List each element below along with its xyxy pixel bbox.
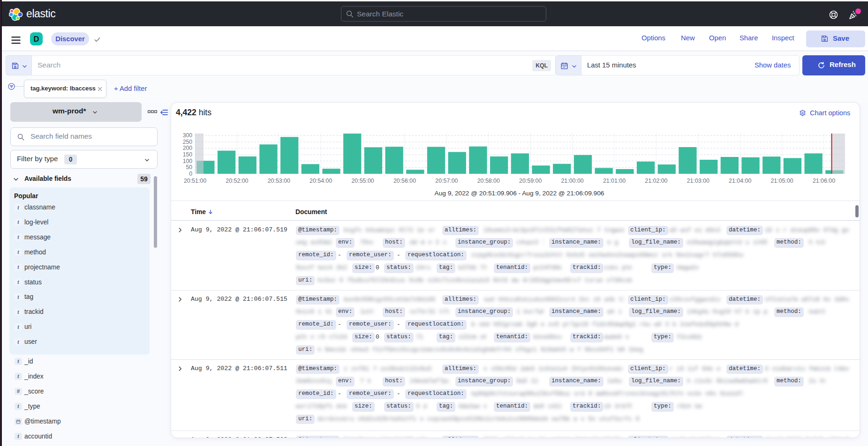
svg-text:300: 300: [183, 132, 193, 139]
svg-text:20:57:00: 20:57:00: [435, 178, 458, 184]
svg-text:150: 150: [183, 151, 193, 158]
svg-text:100: 100: [183, 158, 193, 164]
svg-text:20:53:00: 20:53:00: [268, 178, 290, 184]
svg-text:21:02:00: 21:02:00: [645, 178, 667, 184]
svg-text:250: 250: [183, 139, 193, 145]
svg-text:20:56:00: 20:56:00: [393, 178, 416, 184]
svg-text:20:59:00: 20:59:00: [519, 178, 542, 184]
svg-text:200: 200: [183, 145, 193, 151]
svg-text:21:05:00: 21:05:00: [770, 178, 793, 184]
svg-text:21:00:00: 21:00:00: [561, 178, 583, 184]
svg-text:50: 50: [186, 164, 192, 171]
svg-text:0: 0: [189, 171, 192, 177]
svg-text:21:04:00: 21:04:00: [729, 178, 751, 184]
svg-text:21:03:00: 21:03:00: [687, 178, 709, 184]
svg-text:21:01:00: 21:01:00: [603, 178, 626, 184]
svg-text:20:54:00: 20:54:00: [309, 178, 332, 184]
svg-text:20:51:00: 20:51:00: [184, 178, 206, 184]
svg-text:20:58:00: 20:58:00: [477, 178, 500, 184]
svg-text:21:06:00: 21:06:00: [813, 178, 835, 184]
svg-text:20:55:00: 20:55:00: [351, 178, 374, 184]
svg-text:20:52:00: 20:52:00: [226, 178, 248, 184]
